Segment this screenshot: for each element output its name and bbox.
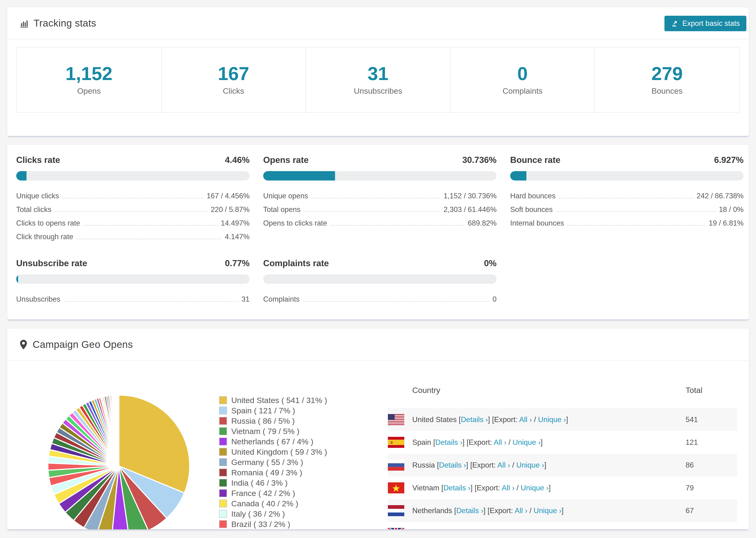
- summary-stats-box: 1,152 Opens 167 Clicks 31 Unsubscribes 0…: [17, 47, 739, 113]
- country-column-header: Country: [412, 386, 440, 395]
- legend-item[interactable]: United Kingdom ( 59 / 3% ): [219, 447, 327, 457]
- summary-stat-cell: 1,152 Opens: [17, 47, 161, 112]
- export-unique-link[interactable]: Unique ›: [516, 461, 544, 469]
- legend-item[interactable]: Brazil ( 33 / 2% ): [219, 519, 327, 529]
- export-all-link[interactable]: All ›: [519, 415, 532, 424]
- rate-stat-value: 220 / 5.87%: [211, 205, 249, 214]
- rate-stat-label: Unsubscribes: [16, 295, 60, 304]
- rate-stat-value: 167 / 4.456%: [207, 192, 249, 201]
- details-link[interactable]: Details ›: [456, 506, 483, 515]
- rate-stat-value: 0: [493, 295, 497, 304]
- legend-label: Russia ( 86 / 5% ): [231, 416, 295, 426]
- total-column-header: Total: [685, 386, 702, 395]
- export-icon: [671, 20, 679, 27]
- rate-stat-row: Total opens 2,303 / 61.446%: [263, 201, 497, 214]
- rate-stat-row: Complaints 0: [263, 290, 497, 304]
- country-cell: United Kingdom [Details ›] [Export: All …: [412, 529, 576, 530]
- rate-stat-row: Total clicks 220 / 5.87%: [16, 201, 249, 214]
- table-header: Country Total: [388, 375, 737, 408]
- legend-swatch: [219, 396, 227, 404]
- legend-item[interactable]: Canada ( 40 / 2% ): [219, 498, 327, 509]
- export-all-link[interactable]: All ›: [494, 438, 507, 447]
- geo-opens-pie-chart: [44, 391, 194, 530]
- rate-title: Clicks rate: [16, 155, 60, 165]
- summary-stat-cell: 279 Bounces: [594, 47, 739, 112]
- rate-stat-value: 18 / 0%: [719, 205, 743, 214]
- rate-stat-label: Unique clicks: [16, 192, 59, 201]
- page-title: Tracking stats: [33, 18, 96, 29]
- rate-stat-value: 242 / 86.738%: [697, 192, 743, 201]
- rate-progress-bar: [16, 274, 249, 284]
- legend-item[interactable]: Vietnam ( 79 / 5% ): [219, 426, 327, 436]
- stat-value: 0: [517, 64, 528, 83]
- export-unique-link[interactable]: Unique ›: [533, 506, 561, 515]
- legend-item[interactable]: Italy ( 36 / 2% ): [219, 509, 327, 519]
- rate-stat-value: 1,152 / 30.736%: [444, 192, 497, 201]
- export-unique-link[interactable]: Unique ›: [513, 438, 540, 447]
- export-unique-link[interactable]: Unique ›: [521, 484, 549, 492]
- rate-stat-row: Internal bounces 19 / 6.81%: [510, 214, 743, 228]
- rate-stat-row: Opens to clicks rate 689.82%: [263, 214, 497, 228]
- legend-swatch: [219, 489, 227, 497]
- details-link[interactable]: Details ›: [461, 415, 488, 424]
- country-cell: United States [Details ›] [Export: All ›…: [412, 415, 568, 424]
- legend-item[interactable]: Spain ( 121 / 7% ): [219, 405, 327, 416]
- legend-label: France ( 42 / 2% ): [231, 489, 295, 498]
- legend-swatch: [219, 520, 227, 528]
- flag-es-icon: [388, 437, 404, 448]
- table-row: United States [Details ›] [Export: All ›…: [388, 408, 737, 431]
- legend-item[interactable]: United States ( 541 / 31% ): [219, 395, 327, 405]
- rate-stat-label: Clicks to opens rate: [16, 219, 80, 228]
- export-all-link[interactable]: All ›: [497, 461, 510, 469]
- dotted-leader: [303, 301, 489, 301]
- legend-item[interactable]: Germany ( 55 / 3% ): [219, 457, 327, 467]
- export-unique-link[interactable]: Unique ›: [546, 529, 574, 530]
- dotted-leader: [64, 301, 238, 301]
- rate-stat-row: Soft bounces 18 / 0%: [510, 201, 743, 214]
- country-total: 121: [685, 438, 698, 447]
- country-name: Netherlands: [412, 506, 454, 515]
- stat-value: 1,152: [66, 64, 112, 83]
- table-row: Netherlands [Details ›] [Export: All › /…: [388, 499, 737, 522]
- export-basic-stats-button[interactable]: Export basic stats: [665, 16, 746, 31]
- dotted-leader: [559, 198, 693, 198]
- legend-label: South Africa ( 29 / 2% ): [231, 530, 313, 530]
- export-all-link[interactable]: All ›: [527, 529, 540, 530]
- tracking-stats-card: Tracking stats Export basic stats 1,152 …: [7, 7, 749, 137]
- legend-item[interactable]: Romania ( 49 / 3% ): [219, 467, 327, 478]
- summary-stat-cell: 0 Complaints: [450, 47, 595, 112]
- country-name: United Kingdom: [412, 529, 467, 530]
- geo-country-table: Country Total United States [Details ›] …: [388, 375, 737, 530]
- stat-label: Complaints: [503, 86, 543, 95]
- rate-stat-label: Unique opens: [263, 192, 308, 201]
- legend-item[interactable]: Russia ( 86 / 5% ): [219, 416, 327, 426]
- legend-item[interactable]: South Africa ( 29 / 2% ): [219, 529, 327, 530]
- legend-item[interactable]: India ( 46 / 3% ): [219, 478, 327, 488]
- pie-legend: United States ( 541 / 31% ) Spain ( 121 …: [219, 395, 327, 530]
- country-cell: Spain [Details ›] [Export: All › / Uniqu…: [412, 438, 543, 447]
- rate-stat-row: Click through rate 4.147%: [16, 228, 249, 242]
- export-all-link[interactable]: All ›: [514, 506, 527, 515]
- details-link[interactable]: Details ›: [439, 461, 466, 469]
- details-link[interactable]: Details ›: [469, 529, 496, 530]
- rate-progress-bar: [16, 171, 249, 181]
- table-row: United Kingdom [Details ›] [Export: All …: [388, 522, 737, 530]
- export-all-link[interactable]: All ›: [502, 484, 514, 492]
- details-link[interactable]: Details ›: [435, 438, 462, 447]
- legend-swatch: [219, 500, 227, 508]
- rate-block: Bounce rate 6.927% Hard bounces 242 / 86…: [510, 155, 743, 242]
- export-unique-link[interactable]: Unique ›: [538, 415, 566, 424]
- country-total: 541: [685, 415, 698, 424]
- country-total: 59: [685, 529, 694, 530]
- legend-label: United Kingdom ( 59 / 3% ): [231, 447, 327, 457]
- geo-body: United States ( 541 / 31% ) Spain ( 121 …: [7, 361, 749, 530]
- stat-value: 279: [651, 64, 682, 83]
- details-link[interactable]: Details ›: [444, 484, 471, 492]
- legend-label: India ( 46 / 3% ): [231, 478, 288, 488]
- legend-swatch: [219, 510, 227, 518]
- rate-block: Opens rate 30.736% Unique opens 1,152 / …: [263, 155, 497, 242]
- dotted-leader: [311, 198, 440, 198]
- rate-title: Complaints rate: [263, 258, 329, 268]
- legend-item[interactable]: Netherlands ( 67 / 4% ): [219, 436, 327, 447]
- legend-item[interactable]: France ( 42 / 2% ): [219, 488, 327, 498]
